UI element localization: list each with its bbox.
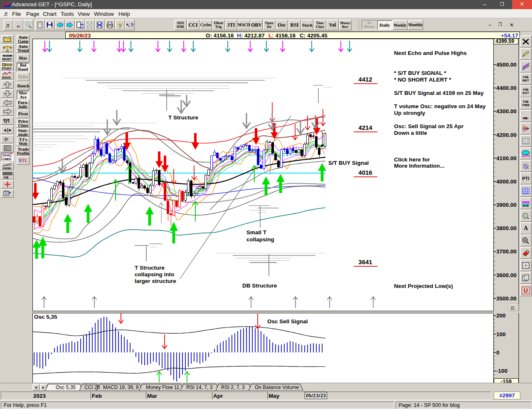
svg-text:⚖: ⚖ [510,305,515,310]
svg-text:T Structure: T Structure [135,265,165,271]
svg-text:larger structure: larger structure [135,278,176,284]
svg-text:100: 100 [496,331,506,337]
svg-text:3600.00: 3600.00 [496,272,517,278]
svg-text:↕|≡: ↕|≡ [3,137,9,141]
svg-text:1: 1 [524,214,526,218]
svg-text:3700.00: 3700.00 [496,248,517,255]
svg-text:Osc: Sell Signal on 25 Apr: Osc: Sell Signal on 25 Apr [394,123,464,129]
svg-text:ELIPS: ELIPS [522,154,530,157]
svg-text:4214: 4214 [358,124,372,131]
svg-text:-100: -100 [496,368,507,374]
svg-text:3800.00: 3800.00 [496,225,517,231]
svg-text:4412: 4412 [358,76,372,83]
svg-text:3900.00: 3900.00 [496,202,517,208]
svg-text:More Information...: More Information... [394,163,445,169]
svg-text:collapsing: collapsing [246,236,274,243]
svg-text:* S/T BUY SIGNAL *: * S/T BUY SIGNAL * [394,70,446,76]
svg-text:S/T BUY Signal: S/T BUY Signal [328,160,369,166]
svg-text:Up strongly: Up strongly [394,110,425,116]
svg-text:4000.00: 4000.00 [496,178,517,185]
svg-text:Click here for: Click here for [394,156,430,163]
svg-text:S/T BUY Signal at 4159 on 25 M: S/T BUY Signal at 4159 on 25 May [394,90,484,96]
svg-text:Osc 5,35: Osc 5,35 [34,314,57,320]
svg-text:3641: 3641 [358,258,372,265]
svg-text:◄|►◄: ◄|►◄ [3,128,12,132]
svg-text:STUDY: STUDY [2,67,12,70]
svg-text:LINES: LINES [2,158,11,161]
svg-text:Next Echo and Pulse Highs: Next Echo and Pulse Highs [394,50,467,56]
svg-text:FIB: FIB [4,176,8,179]
svg-text:4500.00: 4500.00 [496,62,517,68]
svg-text:GANN: GANN [2,167,11,170]
svg-text:4016: 4016 [358,169,372,176]
svg-text:* NO SHORT ALERT *: * NO SHORT ALERT * [394,77,451,83]
svg-text:4200.00: 4200.00 [496,132,517,138]
svg-text:3500.00: 3500.00 [496,295,517,302]
svg-text:4100.00: 4100.00 [496,155,517,161]
svg-text:0: 0 [496,350,500,356]
svg-text:collapsing into: collapsing into [135,271,174,278]
svg-text:200: 200 [496,313,506,319]
svg-text:Small T: Small T [246,229,267,235]
svg-text:4300.00: 4300.00 [496,108,517,114]
svg-text:Osc Sell Signal: Osc Sell Signal [267,318,308,325]
svg-text:FIB: FIB [523,117,527,120]
svg-text:4399.59: 4399.59 [495,39,514,44]
svg-text:DB Structure: DB Structure [242,283,277,289]
svg-text:Next Projected Low(s): Next Projected Low(s) [394,283,453,289]
svg-text:Down a little: Down a little [394,130,427,136]
svg-text:MOB: MOB [522,204,529,207]
svg-text:¶|¶: ¶|¶ [3,118,10,123]
svg-text:RESET: RESET [2,58,12,61]
svg-text:Elliott: Elliott [2,76,11,79]
svg-text:T Structure: T Structure [168,114,199,121]
svg-text:T volume Osc: negative on 24 M: T volume Osc: negative on 24 May [394,103,486,109]
svg-text:4400.00: 4400.00 [496,85,517,91]
